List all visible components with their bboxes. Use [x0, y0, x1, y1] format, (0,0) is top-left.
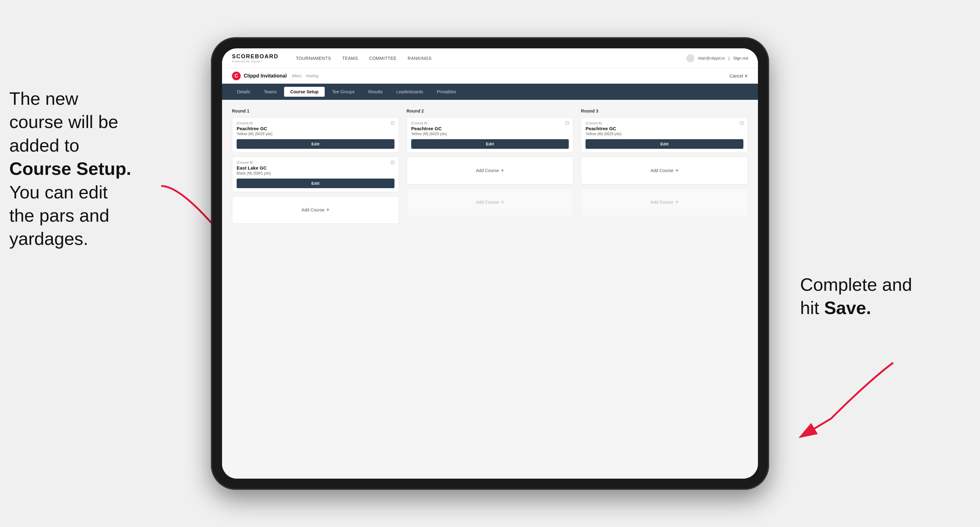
annotation-right-bold: Save.: [824, 298, 871, 318]
round3-add-course-label-2: Add Course: [650, 200, 673, 205]
round2-add-course-label-2: Add Course: [476, 200, 499, 205]
arrow-right: [781, 357, 899, 443]
tabs-bar: Details Teams Course Setup Tee Groups Re…: [222, 84, 758, 100]
round2-course-a-delete-icon[interactable]: ⊡: [564, 121, 570, 127]
nav-separator: |: [729, 56, 729, 60]
clippd-logo: C: [232, 71, 241, 80]
main-content: Round 1 (Course A) Peachtree GC Yellow (…: [222, 100, 758, 479]
tab-leaderboards[interactable]: Leaderboards: [390, 87, 429, 97]
user-email: blair@clippd.io: [698, 56, 724, 60]
nav-rankings[interactable]: RANKINGS: [408, 56, 432, 61]
round3-course-a-name: Peachtree GC: [585, 126, 743, 131]
round1-course-b-label: (Course B): [237, 160, 395, 164]
gender-badge: (Men): [292, 74, 301, 78]
round3-course-a-delete-icon[interactable]: ⊡: [738, 121, 745, 127]
round-2-label: Round 2: [407, 108, 574, 113]
round2-add-course-plus-1: +: [501, 167, 504, 174]
tab-printables[interactable]: Printables: [431, 87, 462, 97]
round3-add-course-plus-1: +: [675, 167, 679, 174]
round1-course-a-tee: Yellow (M) (6629 yds): [237, 132, 395, 136]
round2-course-a-label: (Course A): [411, 121, 569, 125]
annotation-bold: Course Setup.: [9, 159, 131, 179]
top-nav: SCOREBOARD Powered by clippd TOURNAMENTS…: [222, 48, 758, 68]
round2-add-course-plus-2: +: [501, 199, 504, 206]
round1-course-a-edit-button[interactable]: Edit: [237, 139, 395, 149]
round2-add-course-label-1: Add Course: [476, 168, 499, 173]
avatar: [686, 54, 694, 62]
round3-add-course-text-2: Add Course +: [650, 199, 678, 206]
round1-course-b-delete-icon[interactable]: ⊡: [390, 160, 396, 166]
nav-committee[interactable]: COMMITTEE: [369, 56, 397, 61]
round3-add-course-text-1: Add Course +: [650, 167, 678, 174]
tab-results[interactable]: Results: [362, 87, 389, 97]
annotation-right: Complete and hit Save.: [800, 273, 961, 320]
round-3-column: Round 3 (Course A) Peachtree GC Yellow (…: [581, 108, 748, 227]
cancel-icon: ✕: [744, 73, 748, 78]
round2-add-course-text-1: Add Course +: [476, 167, 504, 174]
logo-sub: Powered by clippd: [232, 60, 278, 63]
round2-add-course-text-2: Add Course +: [476, 199, 504, 206]
tab-tee-groups[interactable]: Tee Groups: [326, 87, 361, 97]
hosting-badge: Hosting: [306, 74, 318, 78]
annotation-line6: the pars and: [9, 205, 109, 225]
logo-scoreboard: SCOREBOARD: [232, 53, 278, 60]
tournament-name-area: C Clippd Invitational (Men) Hosting: [232, 71, 318, 80]
nav-teams[interactable]: TEAMS: [342, 56, 358, 61]
round1-course-a-delete-icon[interactable]: ⊡: [390, 121, 396, 127]
round1-course-a-card: (Course A) Peachtree GC Yellow (M) (6629…: [232, 117, 399, 153]
round3-course-a-label: (Course A): [585, 121, 743, 125]
round3-add-course-label-1: Add Course: [650, 168, 673, 173]
round-2-column: Round 2 (Course A) Peachtree GC Yellow (…: [407, 108, 574, 227]
round3-course-a-tee: Yellow (M) (6629 yds): [585, 132, 743, 136]
round3-add-course-plus-2: +: [675, 199, 679, 206]
round-1-column: Round 1 (Course A) Peachtree GC Yellow (…: [232, 108, 399, 227]
round1-course-b-tee: Black (M) (6891 yds): [237, 171, 395, 175]
round1-course-b-edit-button[interactable]: Edit: [237, 179, 395, 188]
nav-links: TOURNAMENTS TEAMS COMMITTEE RANKINGS: [296, 56, 674, 61]
tab-course-setup[interactable]: Course Setup: [284, 87, 325, 97]
round2-add-course-card-2: Add Course +: [407, 188, 574, 216]
round1-course-b-name: East Lake GC: [237, 165, 395, 170]
round1-add-course-plus: +: [326, 207, 330, 213]
round3-add-course-card-2: Add Course +: [581, 188, 748, 216]
annotation-line2: course will be: [9, 112, 118, 132]
round1-course-a-name: Peachtree GC: [237, 126, 395, 131]
annotation-line3: added to: [9, 135, 80, 155]
round2-course-a-card: (Course A) Peachtree GC Yellow (M) (6629…: [407, 117, 574, 153]
round2-course-a-name: Peachtree GC: [411, 126, 569, 131]
annotation-right-line1: Complete and: [800, 275, 912, 295]
round1-add-course-label: Add Course: [301, 207, 325, 212]
annotation-line5: You can edit: [9, 182, 108, 202]
round2-add-course-card-1[interactable]: Add Course +: [407, 157, 574, 184]
cancel-button[interactable]: Cancel ✕: [729, 73, 748, 78]
round2-course-a-edit-button[interactable]: Edit: [411, 139, 569, 149]
tablet-frame: SCOREBOARD Powered by clippd TOURNAMENTS…: [211, 37, 769, 490]
nav-right: blair@clippd.io | Sign out: [686, 54, 748, 62]
round3-add-course-card-1[interactable]: Add Course +: [581, 157, 748, 184]
round-3-label: Round 3: [581, 108, 748, 113]
annotation-line1: The new: [9, 88, 78, 108]
round3-course-a-edit-button[interactable]: Edit: [585, 139, 743, 149]
rounds-container: Round 1 (Course A) Peachtree GC Yellow (…: [232, 108, 748, 227]
tablet-screen: SCOREBOARD Powered by clippd TOURNAMENTS…: [222, 48, 758, 479]
logo-area: SCOREBOARD Powered by clippd: [232, 53, 278, 63]
tournament-bar: C Clippd Invitational (Men) Hosting Canc…: [222, 68, 758, 84]
tab-teams[interactable]: Teams: [258, 87, 283, 97]
tournament-title: Clippd Invitational: [244, 73, 287, 79]
nav-tournaments[interactable]: TOURNAMENTS: [296, 56, 331, 61]
annotation-right-line2: hit: [800, 298, 824, 318]
sign-out-link[interactable]: Sign out: [733, 56, 748, 60]
round1-add-course-text: Add Course +: [301, 207, 329, 213]
annotation-line7: yardages.: [9, 229, 88, 249]
tab-details[interactable]: Details: [231, 87, 256, 97]
round1-course-b-card: (Course B) East Lake GC Black (M) (6891 …: [232, 157, 399, 192]
round3-course-a-card: (Course A) Peachtree GC Yellow (M) (6629…: [581, 117, 748, 153]
round2-course-a-tee: Yellow (M) (6629 yds): [411, 132, 569, 136]
round-1-label: Round 1: [232, 108, 399, 113]
cancel-label: Cancel: [729, 73, 743, 78]
round1-add-course-card[interactable]: Add Course +: [232, 196, 399, 224]
round1-course-a-label: (Course A): [237, 121, 395, 125]
